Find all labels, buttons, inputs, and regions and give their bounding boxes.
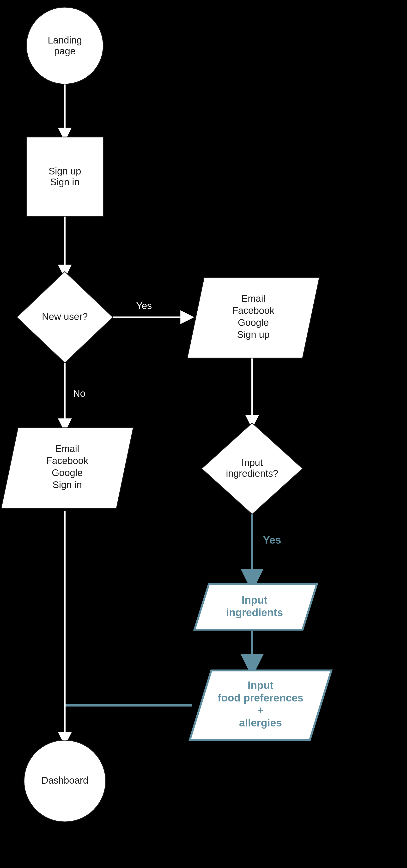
node-inputi-line1: Input — [242, 594, 268, 606]
node-signin-line2: Facebook — [46, 455, 89, 466]
node-new-user-decision: New user? — [17, 272, 113, 363]
node-dashboard-line1: Dashboard — [41, 775, 88, 785]
node-prefs-line3: + — [258, 704, 264, 716]
node-signup-line2: Facebook — [232, 305, 275, 316]
node-auth-line1: Sign up — [48, 166, 81, 176]
node-input-ingredients-io: Input ingredients — [195, 584, 317, 630]
node-signin-line3: Google — [52, 467, 83, 478]
node-dashboard: Dashboard — [24, 740, 106, 822]
edge-label-inputq-yes: Yes — [263, 534, 281, 546]
node-auth: Sign up Sign in — [26, 137, 103, 216]
node-landing-line1: Landing — [48, 35, 82, 45]
node-prefs-line4: allergies — [239, 717, 282, 728]
node-inputq-line2: ingredients? — [226, 468, 278, 479]
node-signin-line1: Email — [55, 443, 79, 454]
edge-label-newuser-yes: Yes — [136, 300, 152, 311]
node-prefs-line1: Input — [247, 679, 273, 691]
node-newuser-line1: New user? — [42, 311, 88, 322]
node-signin-io: Email Facebook Google Sign in — [1, 428, 133, 508]
node-signup-line3: Google — [238, 317, 269, 328]
node-signup-io: Email Facebook Google Sign up — [187, 278, 319, 358]
node-signup-line1: Email — [241, 293, 265, 304]
node-input-ingredients-decision: Input ingredients? — [202, 423, 303, 514]
node-inputq-line1: Input — [242, 457, 263, 468]
node-landing-page: Landing page — [26, 7, 103, 84]
node-signup-line4: Sign up — [237, 329, 270, 340]
node-inputi-line2: ingredients — [226, 607, 283, 618]
flowchart-diagram: Yes No Yes Landing page Sign up Sign in … — [0, 0, 407, 868]
node-prefs-line2: food preferences — [218, 692, 304, 704]
edge-label-newuser-no: No — [73, 388, 85, 399]
node-auth-line2: Sign in — [50, 177, 79, 187]
node-signin-line4: Sign in — [53, 479, 82, 490]
node-food-preferences-io: Input food preferences + allergies — [190, 671, 331, 740]
node-landing-line2: page — [54, 46, 76, 56]
